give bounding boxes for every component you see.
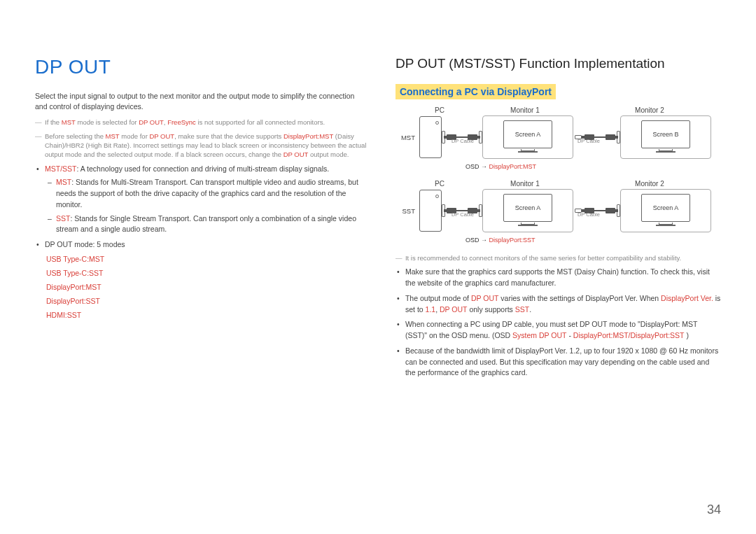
note-2: Before selecting the MST mode for DP OUT… [35, 132, 368, 160]
diagram-mst: MST Screen A Screen B [396, 115, 721, 159]
mode-item: DisplayPort:SST [46, 297, 368, 305]
modes-heading: DP OUT mode: 5 modes [45, 239, 368, 251]
monitor-1: Screen A [482, 189, 573, 232]
bullet-2: The output mode of DP OUT varies with th… [405, 293, 721, 316]
right-bullets: Make sure that the graphics card support… [396, 267, 721, 379]
section-title: DP OUT [35, 56, 368, 78]
def-mst-sst: MST/SST: A technology used for connectio… [45, 164, 368, 236]
osd-note-sst: OSD → DisplayPort:SST [465, 237, 721, 244]
pc-icon [419, 116, 442, 158]
cable-label: DP Cable [451, 138, 474, 144]
intro-text: Select the input signal to output to the… [35, 91, 368, 112]
note-3: It is recommended to connect monitors of… [396, 253, 721, 262]
mode-item: USB Type-C:MST [46, 255, 368, 263]
highlight-heading: Connecting a PC via DisplayPort [396, 84, 556, 99]
def-mst: MST: Stands for Multi-Stream Transport. … [56, 177, 368, 210]
cable-label: DP Cable [451, 211, 474, 218]
monitor-1: Screen A [482, 115, 573, 159]
monitor-2: Screen B [620, 115, 711, 159]
screen-label: Screen B [641, 120, 690, 148]
diagram-sst: SST Screen A Screen A [396, 189, 721, 232]
screen-label: Screen A [503, 120, 552, 148]
page-number: 34 [707, 503, 721, 517]
cable-label: DP Cable [578, 211, 600, 218]
def-sst: SST: Stands for Single Stream Transport.… [56, 213, 368, 236]
row-label-mst: MST [396, 134, 419, 141]
definition-list: MST/SST: A technology used for connectio… [35, 164, 368, 251]
subsection-title: DP OUT (MST/SST) Function Implementation [396, 56, 721, 71]
bullet-1: Make sure that the graphics card support… [405, 267, 721, 289]
left-column: DP OUT Select the input signal to output… [35, 56, 368, 383]
bullet-4: Because of the bandwidth limit of Displa… [405, 346, 721, 379]
screen-label: Screen A [641, 194, 690, 222]
pc-icon [419, 190, 442, 232]
bullet-3: When connecting a PC using DP cable, you… [405, 319, 721, 342]
monitor-2: Screen A [620, 189, 711, 232]
right-column: DP OUT (MST/SST) Function Implementation… [396, 56, 721, 383]
osd-note-mst: OSD → DisplayPort:MST [465, 163, 721, 170]
manual-page: DP OUT Select the input signal to output… [0, 0, 756, 404]
mode-item: HDMI:SST [46, 311, 368, 319]
note-1: If the MST mode is selected for DP OUT, … [35, 118, 368, 127]
diagram-headers: PC Monitor 1 Monitor 2 [419, 180, 721, 188]
screen-label: Screen A [503, 194, 552, 222]
mode-item: DisplayPort:MST [46, 283, 368, 291]
cable-label: DP Cable [578, 138, 600, 144]
mode-list: USB Type-C:MST USB Type-C:SST DisplayPor… [35, 255, 368, 319]
row-label-sst: SST [396, 207, 419, 215]
mode-item: USB Type-C:SST [46, 269, 368, 277]
diagram-headers: PC Monitor 1 Monitor 2 [419, 106, 721, 114]
